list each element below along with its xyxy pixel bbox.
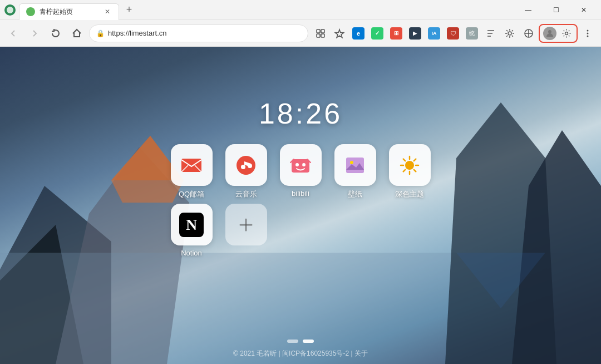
- active-tab[interactable]: 青柠起始页 ✕: [19, 3, 119, 20]
- back-button[interactable]: [4, 24, 22, 42]
- wallpaper-label: 壁纸: [348, 189, 362, 199]
- close-button[interactable]: ✕: [571, 0, 597, 20]
- tab-favicon: [26, 7, 35, 16]
- svg-point-22: [350, 161, 353, 164]
- clock: 18:26: [259, 97, 342, 130]
- title-bar: 青柠起始页 ✕ + — ☐ ✕: [0, 0, 601, 20]
- profile-avatar: [543, 27, 556, 40]
- bilibili-icon: [280, 144, 322, 186]
- profile-area[interactable]: [539, 24, 578, 43]
- address-bar[interactable]: 🔒 https://limestart.cn: [89, 24, 308, 42]
- tab-grid-button[interactable]: [312, 24, 329, 42]
- page-indicators: [287, 340, 314, 343]
- svg-point-16: [248, 164, 252, 168]
- more-options-button[interactable]: [579, 24, 597, 42]
- svg-rect-1: [317, 29, 320, 33]
- svg-point-23: [405, 161, 414, 170]
- svg-point-7: [548, 30, 551, 33]
- tab-bar: 青柠起始页 ✕ +: [19, 2, 515, 18]
- favorites-bar-button[interactable]: [482, 24, 500, 42]
- svg-point-10: [587, 32, 589, 34]
- bilibili-label: bilibili: [292, 189, 309, 198]
- refresh-button[interactable]: [47, 24, 65, 42]
- nav-bar: 🔒 https://limestart.cn e ✓ ⊞ ▶: [0, 20, 601, 47]
- ext-green-icon[interactable]: ✓: [368, 24, 386, 42]
- app-row-1: QQ邮箱 云音乐: [166, 144, 435, 199]
- dark-theme-label: 深色主题: [395, 189, 424, 199]
- address-text: https://limestart.cn: [108, 29, 301, 37]
- notion-label: Notion: [181, 249, 202, 257]
- home-button[interactable]: [68, 24, 86, 42]
- dark-theme-icon: [389, 144, 431, 186]
- app-grid: QQ邮箱 云音乐: [166, 144, 435, 257]
- tab-title: 青柠起始页: [40, 7, 98, 17]
- svg-point-0: [7, 7, 13, 13]
- svg-point-18: [295, 163, 299, 166]
- footer-text: © 2021 毛若昕 | 闽ICP备16025935号-2 | 关于: [233, 349, 368, 358]
- profile-gear-icon[interactable]: [560, 27, 573, 40]
- browser-frame: 青柠起始页 ✕ + — ☐ ✕ 🔒 https://limestart.cn: [0, 0, 601, 364]
- svg-point-8: [565, 32, 568, 35]
- svg-line-31: [403, 169, 406, 171]
- wallpaper-icon: [334, 144, 376, 186]
- notion-n-letter: N: [179, 213, 204, 237]
- svg-rect-2: [321, 29, 324, 33]
- svg-line-30: [414, 159, 416, 161]
- app-row-2: N Notion: [166, 204, 271, 257]
- browser-logo: [4, 4, 16, 16]
- svg-line-29: [414, 169, 416, 171]
- window-controls: — ☐ ✕: [515, 0, 597, 20]
- app-item-qq-mail[interactable]: QQ邮箱: [166, 144, 216, 199]
- qq-mail-label: QQ邮箱: [179, 189, 204, 199]
- svg-point-15: [241, 165, 245, 169]
- extensions-button[interactable]: [501, 24, 519, 42]
- toolbar-icons: e ✓ ⊞ ▶ IA 🛡 统: [312, 24, 597, 43]
- svg-point-9: [587, 29, 589, 31]
- add-icon: [225, 204, 267, 245]
- app-item-notion[interactable]: N Notion: [166, 204, 216, 257]
- svg-line-28: [403, 159, 406, 161]
- tab-close-button[interactable]: ✕: [103, 7, 112, 16]
- favorites-button[interactable]: [331, 24, 348, 42]
- forward-button[interactable]: [26, 24, 43, 42]
- app-item-yun-music[interactable]: 云音乐: [221, 144, 271, 199]
- minimize-button[interactable]: —: [515, 0, 541, 20]
- qq-mail-icon: [171, 144, 213, 186]
- page-dot-1[interactable]: [287, 340, 298, 343]
- ext-red-grid-icon[interactable]: ⊞: [387, 24, 405, 42]
- svg-rect-21: [346, 158, 364, 173]
- ext-red-icon[interactable]: 🛡: [444, 24, 462, 42]
- app-item-wallpaper[interactable]: 壁纸: [330, 144, 380, 199]
- svg-point-5: [508, 32, 511, 35]
- svg-point-11: [587, 35, 589, 37]
- svg-rect-4: [321, 34, 324, 37]
- yun-music-label: 云音乐: [235, 189, 257, 199]
- new-tab-button[interactable]: +: [121, 2, 137, 18]
- svg-rect-13: [181, 159, 201, 172]
- maximize-button[interactable]: ☐: [543, 0, 569, 20]
- yun-music-icon: [225, 144, 267, 186]
- app-item-bilibili[interactable]: bilibili: [275, 144, 326, 199]
- app-item-dark-theme[interactable]: 深色主题: [385, 144, 435, 199]
- app-item-add[interactable]: [221, 204, 271, 257]
- ext-edge-icon[interactable]: e: [349, 24, 367, 42]
- notion-icon: N: [171, 204, 213, 245]
- svg-rect-3: [317, 34, 320, 37]
- page-dot-2[interactable]: [303, 340, 314, 343]
- ext-gray-icon[interactable]: 统: [463, 24, 481, 42]
- lock-icon: 🔒: [96, 29, 105, 37]
- ext-ia-icon[interactable]: IA: [425, 24, 443, 42]
- main-content: 18:26 QQ邮箱: [0, 47, 601, 364]
- ext-dark-icon[interactable]: ▶: [406, 24, 424, 42]
- bing-icon[interactable]: [520, 24, 538, 42]
